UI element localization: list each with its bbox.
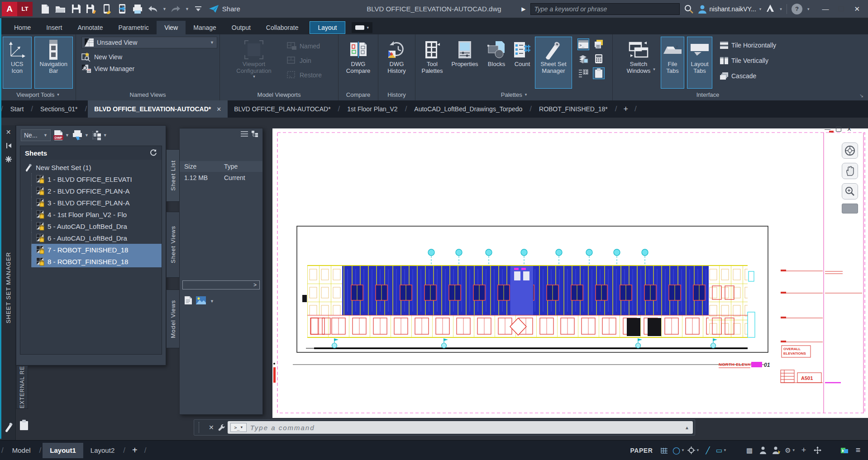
panel-label-viewport-tools[interactable]: Viewport Tools▾ <box>0 89 76 100</box>
markup-sets-mini-icon[interactable] <box>593 38 605 50</box>
sheet-item-3[interactable]: 3 - BLVD OFFICE_PLAN-A <box>31 197 162 209</box>
new-file-tab-button[interactable]: + <box>618 100 634 118</box>
tab-output[interactable]: Output <box>224 21 258 34</box>
close-drawing-icon[interactable]: ✕ <box>847 126 852 133</box>
share-button[interactable]: Share <box>209 5 240 14</box>
sheet-item-4[interactable]: 4 - 1st Floor Plan_V2 - Flo <box>31 209 162 220</box>
tab-view[interactable]: View <box>157 21 186 34</box>
tab-collaborate[interactable]: Collaborate <box>258 21 306 34</box>
navigation-bar-toggle[interactable]: Navigation Bar <box>34 37 73 89</box>
sheet-stack-mini-icon[interactable] <box>577 53 589 65</box>
workspace-settings-icon[interactable]: ⚙▼ <box>785 445 796 456</box>
cascade-button[interactable]: Cascade <box>720 70 776 82</box>
command-history-icon[interactable]: ▲ <box>685 425 690 430</box>
sheet-selections-caret-icon[interactable]: ▼ <box>103 133 107 138</box>
dwg-history-button[interactable]: DWG History <box>382 37 412 89</box>
column-header-size[interactable]: Size <box>180 163 219 170</box>
pan-hand-icon[interactable] <box>842 163 858 179</box>
ribbon-corner-arrow-icon[interactable]: ↘ <box>859 93 863 99</box>
object-snap-icon[interactable]: ▼ <box>687 445 700 456</box>
details-preview-icon[interactable] <box>196 296 206 306</box>
tab-home[interactable]: Home <box>6 21 38 34</box>
ortho-mode-icon[interactable]: ╱ <box>702 445 713 456</box>
file-tab-floorplan[interactable]: 1st Floor Plan_V2 <box>341 100 404 118</box>
navigation-wheel-icon[interactable] <box>842 142 858 159</box>
layout-tabs-toggle[interactable]: Layout Tabs <box>687 37 712 89</box>
save-to-web-mobile-icon[interactable] <box>116 3 129 15</box>
file-tab-start[interactable]: Start <box>4 100 30 118</box>
join-viewports-button[interactable]: Join <box>287 55 322 66</box>
tab-manage[interactable]: Manage <box>186 21 224 34</box>
sheet-set-manager-button[interactable]: Sheet Set Manager <box>535 37 572 89</box>
preview-caret-icon[interactable]: ▼ <box>210 299 214 304</box>
graphics-performance-icon[interactable] <box>839 445 850 456</box>
new-layout-button[interactable]: + <box>127 445 143 455</box>
tile-vertically-button[interactable]: Tile Vertically <box>720 55 776 66</box>
publish-dwf-button[interactable]: DWF ▼ <box>53 130 69 141</box>
external-references-tab[interactable]: EXTERNAL RE <box>16 365 28 409</box>
blocks-palette-button[interactable]: Blocks <box>483 37 510 89</box>
search-icon[interactable] <box>684 5 693 14</box>
sheet-selections-button[interactable]: ▼ <box>91 130 107 140</box>
close-palette-icon[interactable]: ✕ <box>1 125 15 139</box>
app-logo[interactable]: A LT <box>2 2 33 16</box>
command-input[interactable] <box>250 424 681 432</box>
search-history-arrow-icon[interactable]: ▶ <box>521 6 525 12</box>
selection-cycling-icon[interactable]: ▭▼ <box>716 445 727 456</box>
view-manager-button[interactable]: View Manager <box>81 63 217 75</box>
sheet-roll-icon[interactable] <box>4 422 13 434</box>
tab-model-views[interactable]: Model Views <box>166 289 180 348</box>
view-dropdown[interactable]: Unsaved View ▼ <box>81 37 217 48</box>
properties-palette-button[interactable]: Properties <box>447 37 482 89</box>
add-annotation-scale-icon[interactable]: + <box>798 445 809 456</box>
file-tab-sections[interactable]: Sections_01* <box>34 100 84 118</box>
annotation-autoscale-icon[interactable] <box>771 445 782 456</box>
restore-drawing-icon[interactable] <box>836 127 841 132</box>
grid-icon[interactable] <box>659 445 670 456</box>
redo-dropdown-icon[interactable]: ▼ <box>185 7 189 11</box>
list-mini-icon[interactable] <box>577 67 589 79</box>
save-icon[interactable] <box>70 3 82 15</box>
dwg-compare-button[interactable]: DWG Compare <box>342 37 375 89</box>
refresh-icon[interactable] <box>150 149 157 157</box>
plot-she​ets-button[interactable]: ▼ <box>72 130 89 140</box>
ucs-icon-toggle[interactable]: UCS Icon <box>3 37 32 89</box>
file-tab-elevation-active[interactable]: BLVD OFFICE_ELEVATION-AUTOCAD*✕ <box>88 100 228 118</box>
sheet-item-2[interactable]: 2 - BLVD OFFICE_PLAN-A <box>31 185 162 197</box>
viewport-maximize-icon[interactable]: ▩ <box>744 445 755 456</box>
customize-quick-access-icon[interactable] <box>192 3 205 15</box>
sheet-item-7-selected[interactable]: 7 - ROBOT_FINISHED_18 <box>31 244 162 256</box>
redo-icon[interactable] <box>169 3 182 15</box>
file-tab-robot[interactable]: ROBOT_FINISHED_18* <box>533 100 614 118</box>
minimize-window-icon[interactable]: — <box>822 5 829 13</box>
layout2-tab[interactable]: Layout2 <box>83 443 122 458</box>
autodesk-logo-icon[interactable] <box>766 4 775 14</box>
sheet-item-8-selected[interactable]: 8 - ROBOT_FINISHED_18 <box>31 256 162 267</box>
tab-parametric[interactable]: Parametric <box>110 21 157 34</box>
new-view-button[interactable]: New View <box>81 51 217 63</box>
user-account-button[interactable]: nishant.naikVY... ▾ <box>698 5 762 14</box>
clipboard-mini-icon[interactable] <box>593 67 605 79</box>
open-file-icon[interactable] <box>54 3 67 15</box>
close-command-bar-icon[interactable]: ✕ <box>205 424 218 431</box>
save-as-icon[interactable] <box>85 3 98 15</box>
clipboard-palette-icon[interactable] <box>19 420 29 432</box>
command-prompt-icon[interactable]: >_▼ <box>230 423 247 432</box>
new-file-icon[interactable] <box>39 3 52 15</box>
tab-annotate[interactable]: Annotate <box>70 21 110 34</box>
tile-horizontally-button[interactable]: Tile Horizontally <box>720 39 776 51</box>
minimize-drawing-icon[interactable]: — <box>825 126 830 133</box>
close-file-tab-icon[interactable]: ✕ <box>216 106 221 113</box>
calculator-mini-icon[interactable] <box>593 53 605 65</box>
open-from-web-mobile-icon[interactable] <box>100 3 113 15</box>
file-tab-loftbed[interactable]: AutoCAD_LoftBed_Drawings_Torpedo <box>408 100 529 118</box>
layout1-tab[interactable]: Layout1 <box>43 443 83 458</box>
model-tab[interactable]: Model <box>5 443 38 458</box>
panel-label-model-viewports[interactable]: Model Viewports <box>220 89 338 100</box>
panel-label-interface[interactable]: Interface <box>613 89 803 100</box>
command-input-area[interactable]: >_▼ ▲ <box>228 421 693 434</box>
tab-sheet-list[interactable]: Sheet List <box>166 149 180 202</box>
close-window-icon[interactable]: ✕ <box>854 5 860 13</box>
panel-label-named-views[interactable]: Named Views <box>76 89 219 100</box>
sheet-set-root[interactable]: New Sheet Set (1) <box>23 161 162 173</box>
